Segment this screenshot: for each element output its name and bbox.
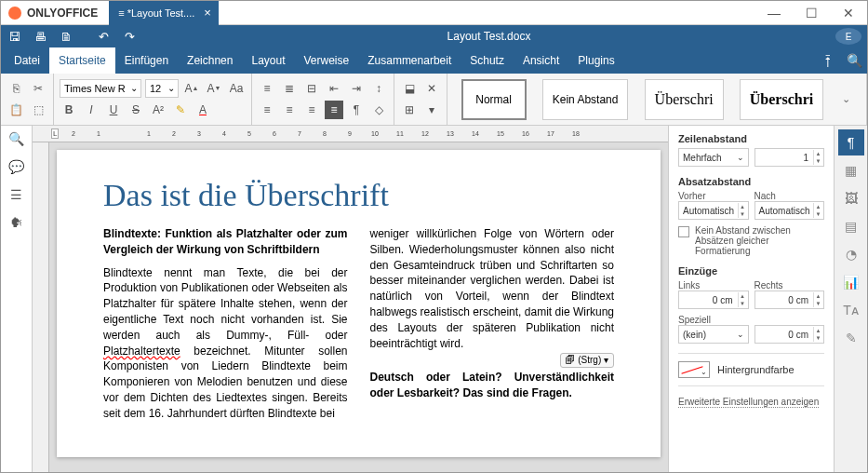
page: Das ist die Überschrift Blindtexte: Funk… — [57, 150, 661, 457]
tab-chart-icon[interactable]: 📊 — [838, 269, 864, 295]
subheading-1[interactable]: Blindtexte: Funktion als Platzhalter ode… — [103, 226, 348, 258]
line-spacing-mode[interactable]: Mehrfach — [678, 148, 749, 167]
heading-1[interactable]: Das ist die Überschrift — [103, 178, 614, 213]
tab-textart-icon[interactable]: Tᴀ — [838, 297, 864, 323]
style-heading1-bold[interactable]: Überschri — [740, 79, 823, 120]
tab-image-icon[interactable]: 🖼 — [838, 185, 864, 211]
undo-icon[interactable]: ↶ — [90, 30, 116, 44]
increase-font-icon[interactable]: A▲ — [182, 79, 201, 98]
indent-dec-button[interactable]: ⇤ — [325, 79, 343, 98]
document-tab[interactable]: ≡ *Layout Test.... × — [109, 1, 219, 25]
clear-style-button[interactable]: ✕ — [422, 79, 441, 98]
bold-button[interactable]: B — [60, 101, 78, 119]
italic-button[interactable]: I — [82, 101, 100, 119]
print-icon[interactable]: 🖶 — [27, 30, 53, 44]
advanced-settings-link[interactable]: Erweiterte Einstellungen anzeigen — [678, 397, 819, 408]
style-gallery-expand[interactable]: ⌄ — [837, 93, 854, 105]
indent-right[interactable]: 0 cm▲▼ — [754, 291, 825, 309]
bullets-button[interactable]: ≡ — [258, 79, 276, 98]
navigation-icon[interactable]: ☰ — [10, 187, 22, 202]
close-button[interactable]: ✕ — [830, 1, 867, 25]
tab-paragraph-icon[interactable]: ¶ — [838, 129, 864, 155]
feedback-icon[interactable]: 🗣 — [10, 215, 23, 230]
insert-field-button[interactable]: ⊞ — [400, 101, 419, 119]
tab-header-icon[interactable]: ▤ — [838, 213, 864, 239]
paste-options-chip[interactable]: 🗐 (Strg) ▾ — [560, 353, 614, 368]
multilevel-button[interactable]: ⊟ — [302, 79, 321, 98]
logo-icon — [8, 7, 21, 20]
align-justify-button[interactable]: ≡ — [325, 101, 343, 119]
menu-home[interactable]: Startseite — [49, 47, 115, 74]
no-spacing-checkbox[interactable]: Kein Abstand zwischen Absätzen gleicher … — [678, 225, 824, 256]
merge-button[interactable]: ⬓ — [400, 79, 419, 98]
style-no-spacing[interactable]: Kein Abstand — [542, 79, 629, 120]
menu-plugins[interactable]: Plugins — [568, 47, 623, 74]
superscript-button[interactable]: A² — [149, 101, 167, 119]
redo-icon[interactable]: ↷ — [116, 30, 142, 44]
right-tabs: ¶ ▦ 🖼 ▤ ◔ 📊 Tᴀ ✎ — [834, 126, 867, 473]
find-icon[interactable]: 🔍 — [8, 131, 24, 146]
decrease-font-icon[interactable]: A▼ — [205, 79, 223, 98]
indent-inc-button[interactable]: ⇥ — [347, 79, 366, 98]
menu-references[interactable]: Verweise — [295, 47, 359, 74]
highlight-button[interactable]: ✎ — [171, 101, 190, 119]
spellcheck-marked[interactable]: Platzhaltertexte — [103, 345, 180, 358]
body-paragraph[interactable]: Blindtexte nennt man Texte, die bei der … — [103, 265, 348, 422]
line-spacing-button[interactable]: ↕ — [369, 79, 388, 98]
save-icon[interactable]: 🖫 — [1, 30, 27, 44]
style-heading1[interactable]: Überschri — [645, 79, 724, 120]
nonprinting-button[interactable]: ¶ — [347, 101, 366, 119]
tab-close-icon[interactable]: × — [204, 6, 211, 20]
font-select[interactable]: Times New R — [60, 79, 141, 98]
numbering-button[interactable]: ≣ — [280, 79, 299, 98]
shading-button[interactable]: ◇ — [369, 101, 388, 119]
strike-button[interactable]: S — [127, 101, 145, 119]
dropdown-button[interactable]: ▾ — [422, 101, 441, 119]
document-canvas[interactable]: Das ist die Überschrift Blindtexte: Funk… — [49, 142, 668, 473]
spacing-before[interactable]: Automatisch▲▼ — [678, 201, 749, 220]
font-color-button[interactable]: A — [194, 101, 212, 119]
checkbox-icon[interactable] — [678, 226, 689, 237]
user-avatar[interactable]: E — [835, 28, 861, 45]
open-location-icon[interactable]: ⭱ — [815, 47, 841, 74]
tab-shape-icon[interactable]: ◔ — [838, 241, 864, 267]
vertical-ruler[interactable] — [33, 142, 49, 473]
font-size-select[interactable]: 12 — [145, 79, 179, 98]
tab-signature-icon[interactable]: ✎ — [838, 325, 864, 351]
menu-file[interactable]: Datei — [5, 47, 49, 74]
menu-draw[interactable]: Zeichnen — [178, 47, 242, 74]
indent-left[interactable]: 0 cm▲▼ — [678, 291, 749, 309]
menu-view[interactable]: Ansicht — [514, 47, 568, 74]
line-spacing-value[interactable]: 1▲▼ — [754, 148, 825, 167]
maximize-button[interactable]: ☐ — [793, 1, 830, 25]
para-spacing-label: Absatzabstand — [678, 176, 824, 187]
align-left-button[interactable]: ≡ — [258, 101, 276, 119]
change-case-icon[interactable]: Aa — [227, 79, 246, 98]
subheading-2[interactable]: Deutsch oder Latein? Unverständlichkeit … — [370, 370, 615, 401]
bg-color-picker[interactable] — [678, 361, 710, 378]
menu-bar: Datei Startseite Einfügen Zeichnen Layou… — [1, 47, 867, 74]
menu-insert[interactable]: Einfügen — [115, 47, 178, 74]
menu-layout[interactable]: Layout — [242, 47, 294, 74]
spacing-after[interactable]: Automatisch▲▼ — [754, 201, 825, 220]
comments-icon[interactable]: 💬 — [8, 159, 24, 174]
menu-collab[interactable]: Zusammenarbeit — [358, 47, 461, 74]
copy-icon[interactable]: ⎘ — [7, 79, 25, 98]
special-indent[interactable]: (kein) — [678, 325, 749, 344]
search-icon[interactable]: 🔍 — [841, 47, 867, 74]
select-icon[interactable]: ⬚ — [29, 101, 47, 119]
cut-icon[interactable]: ✂ — [29, 79, 47, 98]
style-normal[interactable]: Normal — [461, 79, 527, 120]
menu-protect[interactable]: Schutz — [461, 47, 514, 74]
body-paragraph[interactable]: weniger willkürlichen Folge von Wörtern … — [370, 226, 615, 351]
align-right-button[interactable]: ≡ — [302, 101, 321, 119]
underline-button[interactable]: U — [104, 101, 123, 119]
tab-table-icon[interactable]: ▦ — [838, 157, 864, 183]
horizontal-ruler[interactable]: L 21123456789101112131415161718 — [33, 126, 668, 142]
paste-icon[interactable]: 📋 — [7, 101, 25, 119]
minimize-button[interactable]: — — [755, 1, 793, 25]
indent-label: Einzüge — [678, 265, 824, 277]
align-center-button[interactable]: ≡ — [280, 101, 299, 119]
quickprint-icon[interactable]: 🗎 — [53, 30, 79, 44]
special-indent-value[interactable]: 0 cm▲▼ — [754, 325, 825, 344]
